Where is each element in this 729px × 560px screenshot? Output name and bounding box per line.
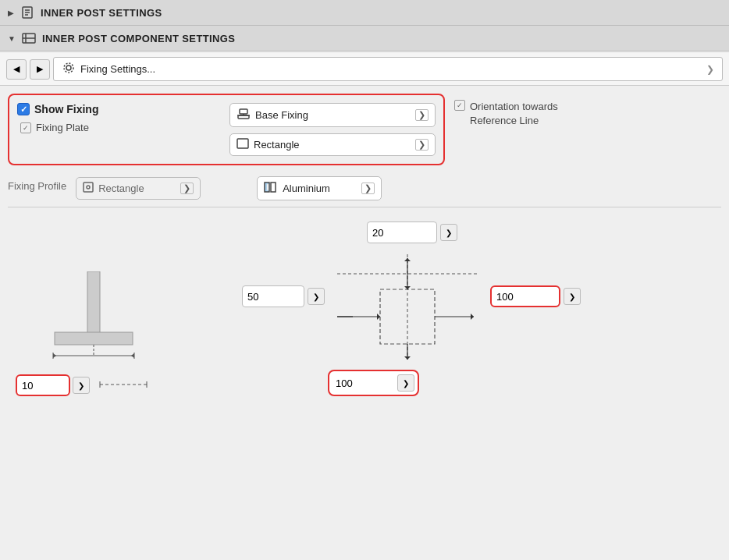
aluminium-area: Aluminium ❯	[257, 176, 382, 200]
t-shape-container	[16, 271, 187, 373]
aluminium-icon	[264, 181, 278, 196]
nav-next-button[interactable]: ▶	[30, 59, 50, 80]
fixing-profile-shape-icon	[83, 182, 94, 195]
fixing-left-col: Show Fixing Fixing Plate	[17, 103, 223, 156]
fixing-profile-row: Fixing Profile	[8, 180, 66, 192]
fixing-settings-panel: Show Fixing Fixing Plate	[8, 94, 445, 165]
left-value-row: ❯	[242, 285, 325, 307]
inner-post-section-header[interactable]: ▶ INNER POST SETTINGS	[0, 0, 729, 26]
base-fixing-icon	[236, 108, 251, 122]
svg-rect-17	[267, 184, 268, 190]
inner-post-component-icon	[22, 31, 36, 45]
post-value-arrow-btn[interactable]: ❯	[73, 377, 90, 394]
fixing-plate-label: Fixing Plate	[36, 122, 89, 133]
top-value-input[interactable]	[367, 222, 437, 243]
svg-marker-34	[404, 286, 411, 289]
svg-rect-20	[55, 332, 133, 345]
mid-diagram-row: ❯	[242, 246, 713, 363]
main-content: Show Fixing Fixing Plate	[0, 86, 729, 412]
post-value-input[interactable]	[16, 374, 70, 396]
rectangle-top-label: Rectangle	[254, 139, 300, 151]
base-fixing-button[interactable]: Base Fixing ❯	[229, 103, 436, 127]
svg-marker-26	[131, 353, 134, 358]
base-fixing-label: Base Fixing	[255, 109, 308, 121]
svg-marker-38	[377, 314, 380, 320]
fixing-plate-row: Fixing Plate	[17, 122, 223, 133]
bottom-value-row: ❯	[328, 370, 713, 396]
bottom-value-arrow-btn[interactable]: ❯	[397, 374, 414, 392]
svg-point-8	[64, 63, 73, 73]
svg-point-7	[66, 66, 71, 70]
svg-rect-12	[238, 115, 249, 119]
show-fixing-row: Show Fixing	[17, 103, 223, 115]
rectangle-top-button[interactable]: Rectangle ❯	[229, 133, 436, 156]
fixing-profile-button[interactable]: Rectangle ❯	[76, 177, 201, 200]
left-value-input[interactable]	[242, 285, 304, 307]
expand-arrow-icon: ▶	[8, 9, 14, 17]
fixing-settings-icon	[62, 61, 76, 77]
orientation-label: Orientation towards Reference Line	[470, 100, 571, 128]
svg-rect-13	[237, 139, 248, 148]
bottom-value-container: ❯	[328, 370, 419, 396]
right-value-input[interactable]	[490, 285, 560, 307]
top-value-arrow-btn[interactable]: ❯	[440, 224, 457, 241]
right-diagram: ❯ ❯	[234, 214, 721, 404]
right-options: Orientation towards Reference Line	[454, 94, 571, 131]
orientation-row: Orientation towards Reference Line	[454, 97, 571, 131]
center-diagram	[329, 246, 485, 363]
center-diagram-svg	[329, 246, 485, 363]
svg-marker-36	[404, 258, 411, 261]
left-diagram: ❯	[8, 214, 234, 404]
post-dim-line-icon	[92, 377, 155, 395]
rectangle-top-chevron: ❯	[415, 139, 429, 151]
svg-rect-19	[87, 271, 100, 334]
inner-post-title: INNER POST SETTINGS	[41, 7, 162, 19]
fixing-plate-checkbox[interactable]	[20, 122, 31, 133]
svg-marker-41	[404, 356, 411, 360]
top-value-row: ❯	[367, 222, 713, 243]
fixing-profile-area: Fixing Profile Rectangle ❯	[8, 176, 721, 200]
svg-marker-43	[471, 314, 474, 320]
fixing-settings-button[interactable]: Fixing Settings... ❯	[53, 57, 723, 81]
aluminium-label: Aluminium	[283, 183, 330, 194]
svg-marker-25	[53, 353, 56, 358]
rectangle-top-icon	[236, 138, 249, 151]
fixing-profile-shape-label: Rectangle	[98, 183, 144, 194]
fixing-settings-chevron: ❯	[706, 64, 714, 75]
svg-rect-18	[271, 183, 276, 192]
toolbar-row: ◀ ▶ Fixing Settings... ❯	[0, 53, 729, 86]
collapse-arrow-icon: ▼	[8, 34, 16, 43]
inner-post-icon	[20, 5, 34, 19]
svg-rect-9	[240, 109, 247, 114]
right-value-arrow-btn[interactable]: ❯	[564, 288, 581, 305]
dimension-area: ❯ ❯	[8, 214, 721, 404]
inner-post-component-title: INNER POST COMPONENT SETTINGS	[42, 33, 236, 44]
inner-post-component-section-header[interactable]: ▼ INNER POST COMPONENT SETTINGS	[0, 26, 729, 51]
t-shape-svg	[16, 271, 172, 373]
aluminium-button[interactable]: Aluminium ❯	[257, 176, 382, 200]
show-fixing-checkbox[interactable]	[17, 103, 30, 115]
fixing-profile-chevron: ❯	[180, 183, 194, 194]
divider	[8, 207, 721, 207]
base-fixing-chevron: ❯	[415, 109, 429, 121]
bottom-value-input[interactable]	[332, 373, 395, 393]
orientation-checkbox[interactable]	[454, 100, 465, 111]
fixing-profile-label: Fixing Profile	[8, 180, 66, 192]
show-fixing-label: Show Fixing	[34, 103, 98, 115]
svg-point-15	[87, 186, 90, 189]
post-value-row: ❯	[16, 374, 155, 396]
svg-rect-14	[84, 183, 93, 192]
nav-prev-button[interactable]: ◀	[6, 59, 27, 80]
fixing-settings-label: Fixing Settings...	[80, 63, 155, 75]
aluminium-chevron: ❯	[361, 183, 375, 194]
left-value-arrow-btn[interactable]: ❯	[308, 288, 325, 305]
fixing-right-col: Base Fixing ❯ Rectangle	[229, 103, 436, 156]
right-value-row: ❯	[490, 285, 581, 307]
